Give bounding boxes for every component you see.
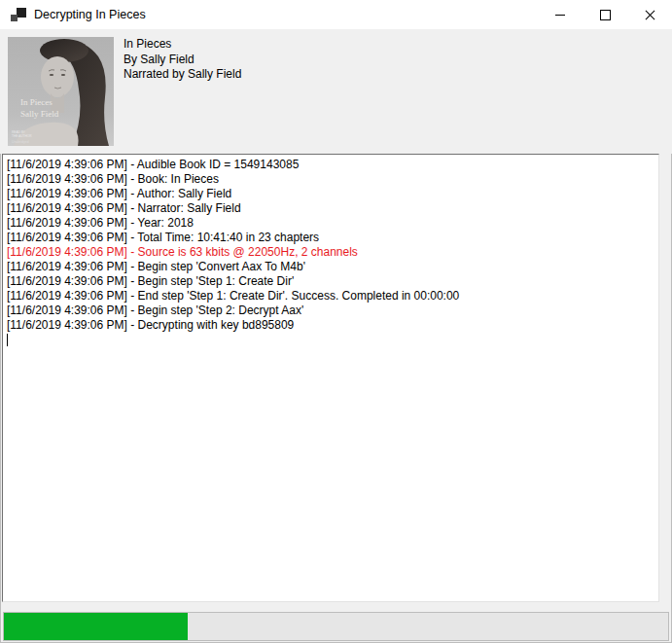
- book-title: In Pieces: [124, 37, 241, 53]
- text-caret: [7, 334, 8, 346]
- app-window: Decrypting In Pieces: [0, 0, 672, 643]
- progress-fill: [4, 613, 188, 640]
- app-icon-square-small: [11, 15, 18, 21]
- log-textbox[interactable]: [11/6/2019 4:39:06 PM] - Audible Book ID…: [2, 154, 659, 602]
- close-button[interactable]: [627, 0, 672, 29]
- log-line: [11/6/2019 4:39:06 PM] - End step 'Step …: [7, 289, 654, 304]
- cover-badge-the-author: THE AUTHOR: [12, 134, 32, 138]
- log-line: [11/6/2019 4:39:06 PM] - Audible Book ID…: [7, 158, 654, 172]
- book-info: In Pieces By Sally Field Narrated by Sal…: [124, 37, 241, 83]
- app-icon-square-large: [17, 8, 26, 18]
- app-window-icon: [11, 7, 26, 22]
- log-line: [11/6/2019 4:39:06 PM] - Author: Sally F…: [7, 187, 654, 201]
- window-title: Decrypting In Pieces: [34, 0, 146, 29]
- minimize-icon: [555, 15, 565, 16]
- log-line: [11/6/2019 4:39:06 PM] - Total Time: 10:…: [7, 231, 654, 245]
- log-line: [11/6/2019 4:39:06 PM] - Begin step 'Ste…: [7, 304, 654, 318]
- cover-badge-unabridged: Unabridged: [12, 140, 29, 144]
- cover-title-text: In Pieces: [20, 97, 53, 107]
- log-line: [11/6/2019 4:39:06 PM] - Book: In Pieces: [7, 172, 654, 187]
- log-line: [11/6/2019 4:39:06 PM] - Narrator: Sally…: [7, 201, 654, 216]
- book-cover-image: In Pieces Sally Field READ BY THE AUTHOR…: [8, 37, 114, 146]
- log-line: [11/6/2019 4:39:06 PM] - Source is 63 kb…: [7, 245, 654, 260]
- window-controls: [538, 0, 672, 29]
- log-line: [11/6/2019 4:39:06 PM] - Begin step 'Con…: [7, 260, 654, 274]
- close-icon: [645, 10, 655, 20]
- log-line: [11/6/2019 4:39:06 PM] - Begin step 'Ste…: [7, 274, 654, 289]
- book-author: By Sally Field: [124, 53, 241, 68]
- cover-author-text: Sally Field: [20, 109, 59, 119]
- cover-face: [41, 56, 74, 97]
- minimize-button[interactable]: [538, 0, 583, 29]
- maximize-icon: [600, 10, 611, 20]
- book-header-panel: In Pieces Sally Field READ BY THE AUTHOR…: [0, 29, 672, 154]
- log-line: [11/6/2019 4:39:06 PM] - Decrypting with…: [7, 318, 654, 333]
- log-line: [11/6/2019 4:39:06 PM] - Year: 2018: [7, 216, 654, 231]
- maximize-button[interactable]: [583, 0, 627, 29]
- progress-bar: [3, 612, 669, 641]
- book-narrator: Narrated by Sally Field: [124, 67, 241, 83]
- title-bar[interactable]: Decrypting In Pieces: [0, 0, 672, 29]
